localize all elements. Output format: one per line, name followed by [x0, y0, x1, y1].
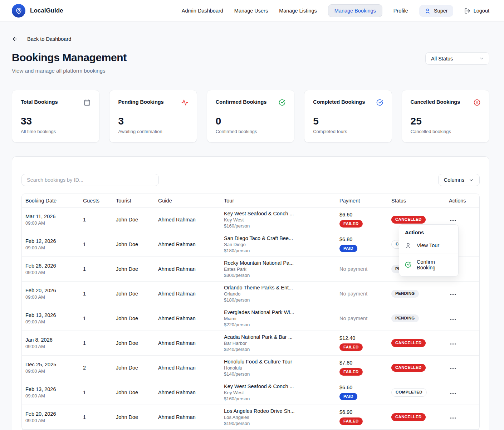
- tour-city: Orlando: [224, 291, 332, 297]
- row-actions-button[interactable]: [449, 292, 457, 297]
- cell-tourist: John Doe: [112, 316, 155, 321]
- menu-item-view-tour[interactable]: View Tour: [399, 239, 458, 252]
- row-actions-button[interactable]: [449, 366, 457, 371]
- brand[interactable]: LocalGuide: [12, 4, 63, 18]
- nav-manage-bookings[interactable]: Manage Bookings: [328, 4, 382, 17]
- col-header-actions: Actions: [445, 198, 479, 204]
- nav-admin-dashboard[interactable]: Admin Dashboard: [182, 8, 223, 14]
- stat-value: 25: [411, 116, 480, 127]
- cell-actions: [445, 216, 479, 223]
- cell-actions: [445, 414, 479, 421]
- booking-time: 09:00 AM: [25, 294, 76, 300]
- cell-guests: 1: [79, 390, 112, 395]
- row-actions-button[interactable]: [449, 415, 457, 421]
- check-circle-icon: [405, 262, 411, 268]
- cell-tour: Orlando Theme Parks & Ent... Orlando $18…: [220, 285, 336, 303]
- tour-city: Honolulu: [224, 365, 332, 371]
- status-filter-select[interactable]: All Status: [425, 52, 489, 65]
- tour-price: $140/person: [224, 371, 332, 377]
- tour-price: $190/person: [224, 421, 332, 426]
- stat-card-completed-bookings: Completed Bookings 5 Completed tours: [304, 90, 392, 143]
- tour-price: $180/person: [224, 248, 332, 253]
- tour-price: $220/person: [224, 322, 332, 327]
- map-pin-logo-icon: [12, 4, 25, 18]
- navbar: LocalGuide Admin Dashboard Manage Users …: [0, 0, 504, 22]
- booking-date: Feb 26, 2026: [25, 263, 76, 269]
- stat-caption: Awaiting confirmation: [118, 129, 188, 134]
- cell-booking-date: Dec 25, 2025 09:00 AM: [22, 362, 79, 374]
- table-row: Feb 20, 2026 09:00 AM 1 John Doe Ahmed R…: [22, 405, 479, 430]
- col-header-tourist: Tourist: [112, 198, 155, 204]
- cell-booking-date: Feb 26, 2026 09:00 AM: [22, 263, 79, 275]
- page-header: Bookings Management View and manage all …: [12, 52, 489, 74]
- back-to-dashboard-link[interactable]: Back to Dashboard: [12, 36, 489, 42]
- cell-status: CANCELLED: [388, 364, 445, 372]
- stat-title: Cancelled Bookings: [411, 99, 460, 105]
- status-badge: PENDING: [391, 314, 419, 322]
- cell-tour: Key West Seafood & Conch ... Key West $1…: [220, 383, 336, 401]
- cell-payment: $12.40 FAILED: [336, 335, 388, 351]
- cell-payment: $6.90 FAILED: [336, 409, 388, 425]
- chevron-down-icon: [479, 56, 484, 61]
- cell-payment: No payment: [336, 266, 388, 272]
- cell-actions: [445, 290, 479, 297]
- tour-price: $300/person: [224, 273, 332, 278]
- cell-guests: 1: [79, 316, 112, 321]
- booking-date: Feb 13, 2026: [25, 312, 76, 318]
- logout-button[interactable]: Logout: [464, 8, 489, 14]
- tour-price: $160/person: [224, 396, 332, 401]
- stats-cards: Total Bookings 33 All time bookings Pend…: [12, 90, 489, 143]
- row-actions-button[interactable]: [449, 317, 457, 322]
- stat-title: Pending Bookings: [118, 99, 163, 105]
- nav-manage-listings[interactable]: Manage Listings: [279, 8, 317, 14]
- booking-time: 09:00 AM: [25, 393, 76, 399]
- payment-amount: $6.60: [339, 212, 384, 218]
- cell-status: COMPLETED: [388, 388, 445, 397]
- stat-caption: All time bookings: [21, 129, 90, 134]
- status-filter-value: All Status: [431, 56, 453, 62]
- person-icon: [405, 242, 411, 249]
- nav-manage-users[interactable]: Manage Users: [234, 8, 268, 14]
- tour-price: $240/person: [224, 347, 332, 352]
- stat-value: 5: [313, 116, 383, 127]
- row-actions-button[interactable]: [449, 218, 457, 223]
- tour-name: Key West Seafood & Conch ...: [224, 211, 332, 216]
- cell-tourist: John Doe: [112, 291, 155, 297]
- row-actions-button[interactable]: [449, 341, 457, 347]
- check-circle-icon: [279, 99, 285, 106]
- stat-value: 33: [21, 116, 90, 127]
- columns-button[interactable]: Columns: [438, 174, 480, 186]
- nav-profile[interactable]: Profile: [393, 8, 408, 14]
- menu-item-label: Confirm Booking: [417, 259, 452, 270]
- stat-title: Total Bookings: [21, 99, 58, 105]
- cell-guide: Ahmed Rahman: [155, 390, 220, 395]
- menu-item-confirm-booking[interactable]: Confirm Booking: [399, 255, 458, 274]
- no-payment-label: No payment: [339, 266, 367, 272]
- cell-actions: [445, 315, 479, 322]
- tour-city: Los Angeles: [224, 415, 332, 420]
- cell-tour: Key West Seafood & Conch ... Key West $1…: [220, 211, 336, 229]
- cell-status: CANCELLED: [388, 413, 445, 421]
- page-title: Bookings Management: [12, 52, 127, 64]
- actions-menu-title: Actions: [399, 226, 458, 239]
- status-badge: COMPLETED: [391, 388, 427, 397]
- cell-guide: Ahmed Rahman: [155, 291, 220, 297]
- tour-price: $180/person: [224, 297, 332, 303]
- cell-booking-date: Feb 13, 2026 09:00 AM: [22, 312, 79, 324]
- brand-name: LocalGuide: [30, 7, 63, 14]
- search-input[interactable]: [21, 174, 159, 186]
- no-payment-label: No payment: [339, 291, 367, 297]
- cell-booking-date: Feb 20, 2026 09:00 AM: [22, 288, 79, 300]
- tour-name: Rocky Mountain National Pa...: [224, 260, 332, 266]
- payment-status-badge: FAILED: [339, 220, 363, 228]
- stat-title: Completed Bookings: [313, 99, 365, 105]
- user-chip[interactable]: Super: [419, 5, 453, 17]
- cell-booking-date: Feb 12, 2026 09:00 AM: [22, 238, 79, 250]
- payment-amount: $6.60: [339, 385, 384, 390]
- booking-date: Feb 20, 2026: [25, 288, 76, 293]
- cell-payment: $6.60 PAID: [336, 385, 388, 401]
- logout-icon: [464, 8, 470, 14]
- payment-status-badge: FAILED: [339, 368, 363, 376]
- row-actions-button[interactable]: [449, 391, 457, 396]
- activity-icon: [181, 99, 188, 106]
